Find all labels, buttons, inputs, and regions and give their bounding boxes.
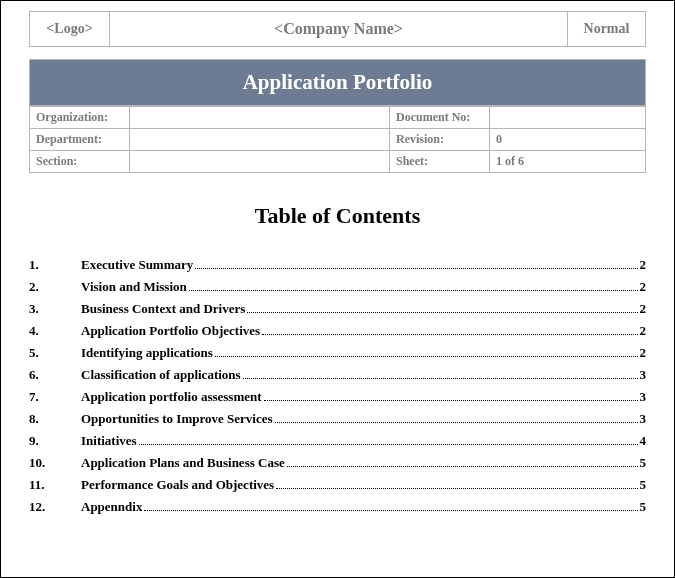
meta-section-label: Section: (30, 151, 130, 173)
toc-entry: 1.Executive Summary2 (29, 257, 646, 273)
toc-entry-number: 7. (29, 389, 81, 405)
meta-department-value (130, 129, 390, 151)
meta-docno-value (490, 107, 646, 129)
toc-entry-page: 3 (640, 367, 647, 383)
meta-department-label: Department: (30, 129, 130, 151)
toc-entry-page: 4 (640, 433, 647, 449)
toc-entry-number: 9. (29, 433, 81, 449)
toc-entry-title: Appenndix (81, 499, 142, 515)
toc-entry: 9.Initiatives4 (29, 433, 646, 449)
logo-placeholder: <Logo> (30, 12, 110, 47)
document-meta-table: Organization: Document No: Department: R… (29, 106, 646, 173)
toc-entry-title: Identifying applications (81, 345, 213, 361)
toc-entry-page: 2 (640, 345, 647, 361)
toc-entry-title: Executive Summary (81, 257, 193, 273)
meta-organization-label: Organization: (30, 107, 130, 129)
toc-entry: 6.Classification of applications3 (29, 367, 646, 383)
toc-entry-number: 6. (29, 367, 81, 383)
toc-entry: 11.Performance Goals and Objectives5 (29, 477, 646, 493)
toc-entry: 2.Vision and Mission2 (29, 279, 646, 295)
meta-organization-value (130, 107, 390, 129)
toc-entry-number: 4. (29, 323, 81, 339)
company-name-placeholder: <Company Name> (110, 12, 568, 47)
toc-entry-page: 2 (640, 323, 647, 339)
toc-entry-title: Opportunities to Improve Services (81, 411, 273, 427)
toc-entry-page: 3 (640, 389, 647, 405)
toc-entry: 8.Opportunities to Improve Services3 (29, 411, 646, 427)
toc-leader-dots (247, 303, 637, 313)
toc-entry: 12.Appenndix5 (29, 499, 646, 515)
header-mode: Normal (568, 12, 646, 47)
toc-entry-number: 2. (29, 279, 81, 295)
toc-entry-page: 5 (640, 499, 647, 515)
meta-revision-value: 0 (490, 129, 646, 151)
toc-entry-number: 3. (29, 301, 81, 317)
meta-section-value (130, 151, 390, 173)
document-title: Application Portfolio (29, 59, 646, 106)
toc-leader-dots (287, 457, 638, 467)
meta-sheet-value: 1 of 6 (490, 151, 646, 173)
toc-entry-title: Vision and Mission (81, 279, 187, 295)
toc-leader-dots (262, 325, 637, 335)
toc-entry: 10.Application Plans and Business Case5 (29, 455, 646, 471)
toc-heading: Table of Contents (29, 203, 646, 229)
toc-entry-page: 5 (640, 477, 647, 493)
toc-leader-dots (276, 479, 637, 489)
toc-entry-number: 8. (29, 411, 81, 427)
meta-sheet-label: Sheet: (390, 151, 490, 173)
toc-entry-title: Application Portfolio Objectives (81, 323, 260, 339)
toc-entry: 5.Identifying applications2 (29, 345, 646, 361)
toc-entry-number: 5. (29, 345, 81, 361)
toc-leader-dots (264, 391, 638, 401)
toc-leader-dots (215, 347, 638, 357)
toc-leader-dots (139, 435, 638, 445)
toc-entry-page: 5 (640, 455, 647, 471)
toc-entry: 4.Application Portfolio Objectives2 (29, 323, 646, 339)
toc-entry-page: 3 (640, 411, 647, 427)
toc-entry-title: Classification of applications (81, 367, 241, 383)
toc-leader-dots (195, 259, 637, 269)
toc-entry-number: 11. (29, 477, 81, 493)
document-header: <Logo> <Company Name> Normal (29, 11, 646, 47)
meta-docno-label: Document No: (390, 107, 490, 129)
toc-entry-title: Initiatives (81, 433, 137, 449)
toc-entry-number: 1. (29, 257, 81, 273)
toc-entry-page: 2 (640, 257, 647, 273)
toc-entry-page: 2 (640, 279, 647, 295)
toc-entry-title: Business Context and Drivers (81, 301, 245, 317)
table-of-contents: 1.Executive Summary22.Vision and Mission… (29, 257, 646, 515)
toc-leader-dots (189, 281, 638, 291)
toc-entry-title: Application Plans and Business Case (81, 455, 285, 471)
toc-leader-dots (144, 501, 637, 511)
toc-entry-number: 12. (29, 499, 81, 515)
toc-entry-title: Application portfolio assessment (81, 389, 262, 405)
toc-entry: 7.Application portfolio assessment3 (29, 389, 646, 405)
meta-revision-label: Revision: (390, 129, 490, 151)
toc-entry: 3.Business Context and Drivers2 (29, 301, 646, 317)
toc-leader-dots (275, 413, 638, 423)
toc-leader-dots (243, 369, 638, 379)
toc-entry-title: Performance Goals and Objectives (81, 477, 274, 493)
toc-entry-page: 2 (640, 301, 647, 317)
toc-entry-number: 10. (29, 455, 81, 471)
